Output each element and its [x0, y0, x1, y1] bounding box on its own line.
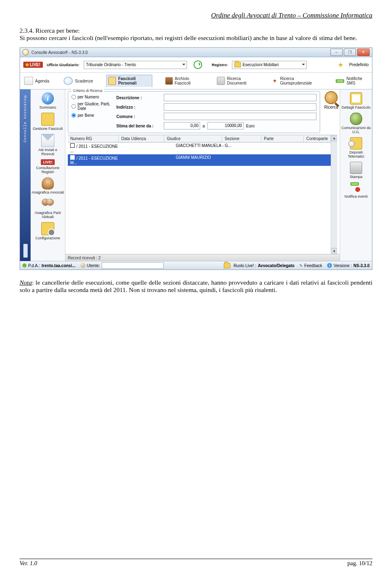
live-badge: LIVE! — [23, 62, 43, 68]
results-table: Numero RG Data Udienza Giudice Sezione P… — [68, 135, 337, 254]
utente-label: Utente: — [87, 263, 100, 268]
nav-configurazione[interactable]: Configurazione — [31, 221, 65, 242]
col-controparte[interactable]: Controparte — [304, 135, 331, 142]
nav-sommario[interactable]: Sommario — [31, 91, 65, 111]
nav-atti[interactable]: Atti Inviati e Ricevuti — [31, 132, 65, 158]
action-notifica-eventi[interactable]: Notifica eventi — [340, 181, 372, 200]
table-header: Numero RG Data Udienza Giudice Sezione P… — [68, 135, 331, 143]
document-icon — [217, 77, 225, 85]
collapse-rail[interactable]: Consolle Avvocato® — [20, 89, 31, 261]
user-icon — [80, 263, 85, 268]
currency-label: Euro — [246, 124, 255, 128]
left-nav: Sommario Gestione Fascicoli Atti Inviati… — [31, 89, 65, 261]
sms-alert-icon — [350, 182, 362, 194]
utente-field[interactable] — [102, 262, 164, 269]
feedback-link[interactable]: ✎Feedback — [299, 263, 322, 268]
tab-agenda[interactable]: Agenda — [22, 76, 51, 86]
minimize-button[interactable]: – — [330, 49, 343, 56]
app-icon — [22, 49, 29, 56]
print-icon — [350, 162, 362, 174]
registro-label: Registro: — [212, 63, 228, 67]
calendar-icon — [24, 77, 33, 85]
tab-ricerca-documenti[interactable]: Ricerca Documenti — [215, 75, 258, 87]
action-stampa[interactable]: Stampa — [340, 160, 372, 181]
col-sezione[interactable]: Sezione — [222, 135, 261, 142]
sms-icon: SMS — [336, 79, 344, 83]
radio-per-giudice[interactable]: per Giudice, Parti, Date — [71, 102, 112, 111]
info-icon: i — [327, 263, 332, 268]
nota-label: Nota — [20, 279, 32, 286]
table-row[interactable]: / 2011 - ESECUZIONE ... GIACCHETTI MANUE… — [68, 143, 331, 154]
page-footer: Ver. 1.0 pag. 10/12 — [20, 559, 372, 567]
ruolo-value: Avvocato/Delegato — [258, 263, 294, 268]
action-depositi[interactable]: Depositi Telematici — [340, 136, 372, 160]
window-title: Consolle Avvocato® - NS-3.3.0 — [31, 50, 88, 55]
ufficio-label: Ufficio Giudiziario: — [47, 63, 80, 67]
col-numero-rg[interactable]: Numero RG — [68, 135, 119, 142]
stima-da-input[interactable]: 0,00 — [164, 122, 200, 129]
status-dot-icon — [22, 263, 27, 267]
criteria-radios: per Numero per Giudice, Parti, Date per … — [71, 94, 112, 129]
tab-archivio[interactable]: Archivio Fascicoli — [164, 75, 204, 87]
row-marker-icon — [70, 155, 75, 160]
registro-select[interactable]: Esecuzioni Mobiliari — [232, 61, 307, 69]
radio-per-numero[interactable]: per Numero — [71, 95, 112, 99]
mail-icon — [41, 134, 54, 147]
rail-handle-icon[interactable] — [23, 244, 28, 258]
live-icon: LIVE! — [41, 159, 54, 165]
right-actions: Dettagli Fascicolo Comunicazioni da U.G.… — [340, 89, 372, 261]
folder-icon — [234, 62, 241, 67]
tab-fascicoli-personali[interactable]: Fascicoli Personali — [106, 75, 152, 87]
nav-anagrafica-parti[interactable]: Anagrafica Parti Abituali — [31, 196, 65, 221]
comune-input[interactable] — [164, 113, 316, 120]
folder-icon — [224, 263, 230, 268]
close-button[interactable]: ✕ — [357, 49, 370, 56]
info-icon — [42, 92, 54, 105]
tab-bar: Agenda Scadenze Fascicoli Personali Arch… — [20, 73, 372, 89]
radio-per-bene[interactable]: per Bene — [71, 113, 112, 118]
folder-icon — [108, 77, 116, 85]
section-heading: 2.3.4. Ricerca per bene: — [20, 27, 372, 34]
descrizione-input[interactable] — [164, 94, 316, 101]
globe-icon — [350, 113, 362, 125]
nav-anagrafica-avvocati[interactable]: Anagrafica Avvocati — [31, 176, 65, 196]
section-number: 2.3.4. — [20, 27, 34, 34]
action-comunicazioni[interactable]: Comunicazioni da U.G. — [340, 111, 372, 136]
tab-scadenze[interactable]: Scadenze — [62, 76, 94, 86]
action-dettagli-fascicolo[interactable]: Dettagli Fascicolo — [340, 91, 372, 111]
tab-ricerca-giurisprudenziale[interactable]: ✦Ricerca Giurisprudenziale — [270, 75, 323, 87]
predefinito-label[interactable]: Predefinito — [349, 62, 369, 67]
descrizione-label: Descrizione : — [116, 96, 161, 100]
scroll-down-icon[interactable]: ▼ — [331, 248, 337, 254]
deposit-icon — [350, 137, 362, 149]
folder-icon — [41, 113, 54, 126]
search-icon — [325, 91, 338, 104]
search-button[interactable]: Ricerca — [323, 89, 340, 111]
pda-value: trento.taa.consi... — [42, 263, 76, 268]
nav-consultazione[interactable]: LIVE!Consultazione Registri — [31, 158, 65, 176]
table-row[interactable]: / 2011 - ESECUZIONE M... GIANNI MAURIZIO — [68, 154, 331, 166]
indirizzo-input[interactable] — [164, 103, 316, 111]
maximize-button[interactable]: ❐ — [344, 49, 356, 56]
pda-label: P.d.A.: — [28, 263, 40, 268]
comune-label: Comune : — [116, 114, 161, 119]
col-data-udienza[interactable]: Data Udienza — [119, 135, 164, 142]
app-window: Consolle Avvocato® - NS-3.3.0 – ❐ ✕ LIVE… — [20, 47, 372, 270]
a-label: a — [203, 124, 205, 128]
nav-gestione-fascicoli[interactable]: Gestione Fascicoli — [31, 111, 65, 132]
ufficio-select[interactable]: Tribunale Ordinario - Trento — [84, 61, 187, 69]
tab-notifiche-sms[interactable]: SMSNotifiche SMS — [334, 75, 370, 87]
section-body: Si possono cercare i fascicoli (nell'ese… — [20, 34, 372, 42]
clock-icon — [64, 77, 73, 85]
indirizzo-label: Indirizzo : — [116, 105, 161, 109]
col-giudice[interactable]: Giudice — [164, 135, 222, 142]
stima-a-input[interactable]: 10000,00 — [207, 122, 244, 129]
rail-label: Consolle Avvocato® — [23, 94, 27, 143]
nota-paragraph: Nota: le cancellerie delle esecuzioni, c… — [20, 279, 372, 294]
scrollbar[interactable]: ▲ ▼ — [331, 135, 337, 254]
scroll-up-icon[interactable]: ▲ — [331, 135, 337, 141]
col-parte[interactable]: Parte — [261, 135, 304, 142]
spark-icon: ✦ — [272, 77, 278, 85]
refresh-icon[interactable] — [194, 60, 202, 69]
favorite-icon[interactable]: ★ — [338, 61, 343, 69]
